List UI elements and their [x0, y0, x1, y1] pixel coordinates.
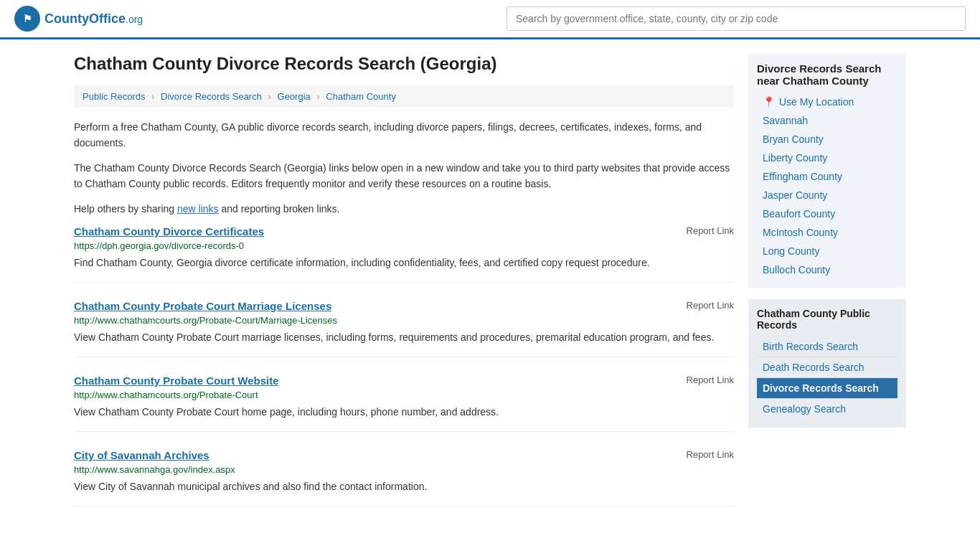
report-link[interactable]: Report Link — [687, 449, 734, 460]
sidebar-link-effingham-county[interactable]: Effingham County — [757, 167, 897, 186]
genealogy-search-link[interactable]: Genealogy Search — [757, 399, 897, 419]
result-header: Chatham County Divorce Certificates Repo… — [74, 225, 734, 237]
result-title[interactable]: Chatham County Probate Court Website — [74, 375, 279, 387]
logo-area[interactable]: ⚑ CountyOffice.org — [14, 6, 143, 32]
sidebar: Divorce Records Search near Chatham Coun… — [748, 54, 906, 524]
sidebar-link-mcintosh-county[interactable]: McIntosh County — [757, 223, 897, 242]
breadcrumb-divorce-records[interactable]: Divorce Records Search — [161, 91, 262, 102]
content-area: Chatham County Divorce Records Search (G… — [74, 54, 734, 524]
result-header: Chatham County Probate Court Marriage Li… — [74, 300, 734, 312]
results-list: Chatham County Divorce Certificates Repo… — [74, 225, 734, 507]
description-para1: Perform a free Chatham County, GA public… — [74, 119, 734, 151]
result-title[interactable]: City of Savannah Archives — [74, 449, 209, 461]
report-link[interactable]: Report Link — [687, 225, 734, 236]
result-url: http://www.savannahga.gov/index.aspx — [74, 464, 734, 475]
result-desc: Find Chatham County, Georgia divorce cer… — [74, 255, 734, 270]
death-records-link[interactable]: Death Records Search — [757, 357, 897, 378]
page-title: Chatham County Divorce Records Search (G… — [74, 54, 734, 74]
logo-text: CountyOffice.org — [44, 11, 143, 27]
result-desc: View Chatham County Probate Court home p… — [74, 405, 734, 420]
sidebar-link-bryan-county[interactable]: Bryan County — [757, 130, 897, 149]
result-item: Chatham County Divorce Certificates Repo… — [74, 225, 734, 283]
sidebar-link-long-county[interactable]: Long County — [757, 242, 897, 260]
search-input[interactable] — [507, 6, 966, 31]
result-title[interactable]: Chatham County Divorce Certificates — [74, 225, 264, 237]
result-url: http://www.chathamcourts.org/Probate-Cou… — [74, 315, 734, 326]
breadcrumb-public-records[interactable]: Public Records — [83, 91, 145, 102]
location-icon: 📍 — [763, 96, 775, 108]
new-links-link[interactable]: new links — [177, 203, 219, 215]
description-para3: Help others by sharing new links and rep… — [74, 201, 734, 217]
report-link[interactable]: Report Link — [687, 300, 734, 311]
sidebar-link-bulloch-county[interactable]: Bulloch County — [757, 260, 897, 279]
main-container: Chatham County Divorce Records Search (G… — [60, 39, 920, 538]
public-records-title: Chatham County Public Records — [757, 308, 897, 331]
sidebar-link-liberty-county[interactable]: Liberty County — [757, 149, 897, 167]
result-desc: View Chatham County Probate Court marria… — [74, 330, 734, 345]
breadcrumb-chatham-county[interactable]: Chatham County — [326, 91, 396, 102]
result-url: https://dph.georgia.gov/divorce-records-… — [74, 240, 734, 251]
result-item: City of Savannah Archives Report Link ht… — [74, 449, 734, 507]
site-header: ⚑ CountyOffice.org — [0, 0, 980, 39]
search-bar[interactable] — [507, 6, 966, 31]
result-header: Chatham County Probate Court Website Rep… — [74, 375, 734, 387]
sidebar-link-beaufort-county[interactable]: Beaufort County — [757, 204, 897, 223]
sidebar-link-jasper-county[interactable]: Jasper County — [757, 186, 897, 204]
result-item: Chatham County Probate Court Website Rep… — [74, 375, 734, 432]
result-item: Chatham County Probate Court Marriage Li… — [74, 300, 734, 357]
result-title[interactable]: Chatham County Probate Court Marriage Li… — [74, 300, 331, 312]
nearby-title: Divorce Records Search near Chatham Coun… — [757, 62, 897, 87]
nearby-section: Divorce Records Search near Chatham Coun… — [748, 54, 906, 288]
result-url: http://www.chathamcourts.org/Probate-Cou… — [74, 390, 734, 400]
description-para2: The Chatham County Divorce Records Searc… — [74, 160, 734, 192]
breadcrumb: Public Records › Divorce Records Search … — [74, 85, 734, 108]
report-link[interactable]: Report Link — [687, 375, 734, 385]
breadcrumb-georgia[interactable]: Georgia — [278, 91, 311, 102]
svg-text:⚑: ⚑ — [23, 13, 32, 24]
use-location-link[interactable]: 📍 Use My Location — [757, 93, 897, 111]
divorce-records-link[interactable]: Divorce Records Search — [757, 378, 897, 399]
logo-icon: ⚑ — [14, 6, 40, 32]
result-header: City of Savannah Archives Report Link — [74, 449, 734, 461]
result-desc: View City of Savannah municipal archives… — [74, 479, 734, 494]
public-records-section: Chatham County Public Records Birth Reco… — [748, 299, 906, 428]
sidebar-link-savannah[interactable]: Savannah — [757, 111, 897, 130]
birth-records-link[interactable]: Birth Records Search — [757, 336, 897, 357]
